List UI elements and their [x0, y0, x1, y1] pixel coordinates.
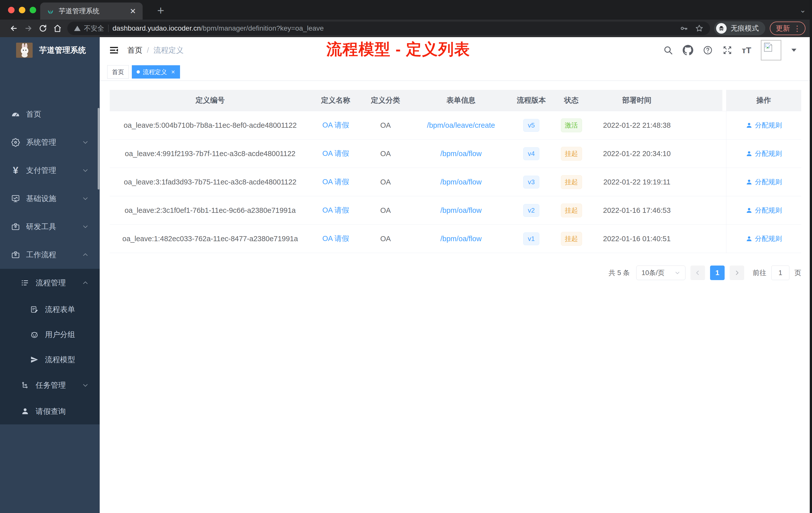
tab-search-icon[interactable]: ⌄ — [800, 5, 806, 14]
page-content: 定义编号 定义名称 定义分类 表单信息 流程版本 状态 部署时间 操作 oa_l… — [100, 81, 812, 513]
home-button[interactable] — [50, 22, 65, 35]
form-link[interactable]: /bpm/oa/flow — [440, 150, 482, 158]
assign-rule-button[interactable]: 分配规则 — [746, 234, 782, 243]
avatar[interactable] — [761, 40, 781, 60]
table-row: oa_leave:1:482ec033-762a-11ec-8477-a2380… — [110, 224, 801, 253]
fullscreen-icon[interactable] — [722, 45, 732, 55]
table-gutter — [722, 90, 726, 111]
tag-home[interactable]: 首页 — [107, 65, 129, 79]
form-link[interactable]: /bpm/oa/leave/create — [427, 121, 495, 129]
definition-name-link[interactable]: OA 请假 — [322, 205, 349, 215]
user-icon — [746, 207, 753, 214]
sidebar-scrollbar[interactable] — [98, 108, 99, 189]
help-icon[interactable] — [703, 45, 713, 55]
breadcrumb: 首页 / 流程定义 — [127, 45, 183, 56]
page-header: 首页 / 流程定义 流程模型 - 定义列表 — [100, 37, 812, 63]
goto-unit: 页 — [794, 268, 801, 277]
monitor-icon — [10, 194, 21, 203]
reload-button[interactable] — [36, 22, 50, 35]
browser-tab[interactable]: 芋道管理系统 ✕ — [40, 2, 143, 20]
definition-name-link[interactable]: OA 请假 — [322, 149, 349, 159]
definition-id: oa_leave:5:004b710b-7b8a-11ec-8ef0-acde4… — [110, 111, 311, 139]
column-header: 表单信息 — [410, 90, 512, 111]
definition-category: OA — [361, 111, 410, 139]
key-icon[interactable] — [680, 24, 688, 32]
sidebar-item-process-form[interactable]: 流程表单 — [0, 297, 100, 322]
sidebar-item-payment[interactable]: ¥ 支付管理 — [0, 156, 100, 184]
security-warning[interactable]: 不安全 — [74, 24, 104, 33]
version-badge: v2 — [523, 204, 539, 217]
assign-rule-button[interactable]: 分配规则 — [746, 206, 782, 215]
caret-down-icon[interactable] — [791, 48, 797, 52]
sidebar-item-dev-tools[interactable]: 研发工具 — [0, 213, 100, 241]
update-button[interactable]: 更新 ⋮ — [770, 22, 806, 35]
tag-process-definition[interactable]: 流程定义 ✕ — [132, 65, 180, 79]
breadcrumb-home[interactable]: 首页 — [127, 45, 142, 56]
status-badge: 挂起 — [561, 175, 582, 189]
deploy-time: 2022-01-16 01:40:51 — [592, 224, 682, 253]
favicon-leaf-icon — [47, 7, 54, 15]
sidebar-item-home[interactable]: 首页 — [0, 100, 100, 128]
goto-page-input[interactable] — [771, 266, 789, 280]
assign-rule-button[interactable]: 分配规则 — [746, 121, 782, 130]
browser-menu-dots-icon[interactable]: ⋮ — [793, 24, 801, 33]
definition-name-link[interactable]: OA 请假 — [322, 177, 349, 187]
bookmark-star-icon[interactable] — [695, 24, 703, 33]
annotation-title: 流程模型 - 定义列表 — [326, 39, 470, 60]
chevron-down-icon — [82, 167, 89, 174]
sidebar-item-leave-query[interactable]: 请假查询 — [0, 398, 100, 424]
definition-name-link[interactable]: OA 请假 — [322, 234, 349, 244]
list-tree-icon — [20, 279, 31, 287]
incognito-icon — [716, 23, 727, 34]
font-size-icon[interactable]: тT — [742, 46, 751, 55]
close-window-button[interactable] — [8, 7, 14, 13]
sidebar-logo[interactable]: 芋道管理系统 — [0, 37, 100, 63]
workflow-submenu: 流程管理 流程表单 — [0, 269, 100, 424]
table-header-row: 定义编号 定义名称 定义分类 表单信息 流程版本 状态 部署时间 操作 — [110, 90, 801, 111]
assign-rule-button[interactable]: 分配规则 — [746, 149, 782, 158]
form-link[interactable]: /bpm/oa/flow — [440, 206, 482, 215]
next-page-button[interactable] — [730, 266, 744, 280]
form-link[interactable]: /bpm/oa/flow — [440, 235, 482, 243]
sidebar-item-task-management[interactable]: 任务管理 — [0, 372, 100, 398]
forward-button[interactable] — [21, 22, 36, 35]
sidebar-item-process-model[interactable]: 流程模型 — [0, 347, 100, 372]
sidebar-item-system[interactable]: 系统管理 — [0, 128, 100, 156]
tab-title: 芋道管理系统 — [59, 6, 125, 16]
tab-close-icon[interactable]: ✕ — [130, 7, 136, 16]
github-icon[interactable] — [683, 45, 693, 56]
minimize-window-button[interactable] — [19, 7, 25, 13]
column-header: 操作 — [726, 90, 801, 111]
tag-close-icon[interactable]: ✕ — [171, 69, 175, 75]
deploy-time: 2022-01-22 20:34:10 — [592, 140, 682, 168]
back-button[interactable] — [6, 22, 21, 35]
paper-plane-icon — [29, 355, 40, 364]
sidebar-collapse-icon[interactable] — [108, 44, 120, 56]
page-size-select[interactable]: 10条/页 — [636, 266, 686, 280]
user-icon — [746, 150, 753, 157]
sidebar-item-user-group[interactable]: 用户分组 — [0, 322, 100, 347]
maximize-window-button[interactable] — [30, 7, 36, 13]
search-icon[interactable] — [663, 45, 673, 55]
sidebar-item-infrastructure[interactable]: 基础设施 — [0, 184, 100, 213]
new-tab-button[interactable]: + — [157, 3, 164, 17]
sidebar-item-workflow[interactable]: 工作流程 — [0, 241, 100, 269]
chevron-up-icon — [82, 280, 89, 286]
form-link[interactable]: /bpm/oa/flow — [440, 178, 482, 186]
definition-category: OA — [361, 140, 410, 168]
column-header: 部署时间 — [592, 90, 682, 111]
tree-icon — [20, 381, 31, 389]
definition-id: oa_leave:3:1fad3d93-7b75-11ec-a3c8-acde4… — [110, 168, 311, 196]
prev-page-button[interactable] — [691, 266, 705, 280]
address-bar[interactable]: 不安全 dashboard.yudao.iocoder.cn/bpm/manag… — [67, 22, 710, 35]
sidebar-item-process-management[interactable]: 流程管理 — [0, 269, 100, 297]
chevron-down-icon — [82, 382, 89, 389]
user-icon — [746, 179, 753, 185]
page-number-button[interactable]: 1 — [710, 266, 725, 280]
assign-rule-button[interactable]: 分配规则 — [746, 177, 782, 186]
definition-name-link[interactable]: OA 请假 — [322, 120, 349, 130]
broken-image-icon — [763, 42, 773, 52]
url-text[interactable]: dashboard.yudao.iocoder.cn/bpm/manager/d… — [113, 24, 676, 32]
tags-view: 首页 流程定义 ✕ — [100, 63, 812, 81]
status-badge: 激活 — [561, 118, 582, 132]
